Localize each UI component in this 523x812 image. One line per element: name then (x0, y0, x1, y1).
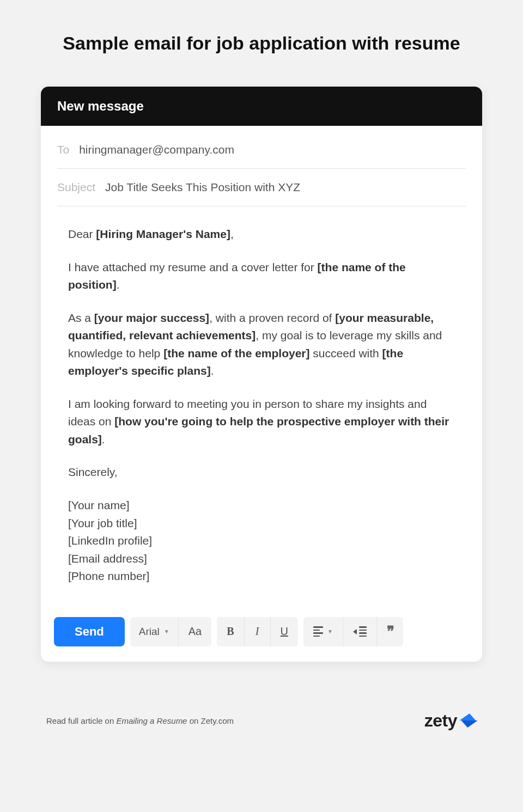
align-left-icon (313, 626, 323, 637)
footer-pre: Read full article on (46, 716, 116, 725)
greeting-name: [Hiring Manager's Name] (96, 228, 230, 240)
style-group: B I U (217, 617, 298, 646)
signature-email: [Email address] (68, 550, 455, 568)
outdent-icon (353, 626, 367, 637)
greeting-post: , (230, 228, 234, 240)
header-fields: To hiringmanager@company.com Subject Job… (41, 126, 482, 206)
zety-logo: zety (424, 711, 477, 731)
p1-post: . (117, 278, 120, 291)
paragraph-2: As a [your major success], with a proven… (68, 309, 455, 380)
paragraph-3: I am looking forward to meeting you in p… (68, 395, 455, 449)
to-value: hiringmanager@company.com (79, 143, 234, 156)
p2-1: As a (68, 312, 94, 324)
quote-icon: ❞ (387, 623, 393, 640)
subject-row[interactable]: Subject Job Title Seeks This Position wi… (57, 169, 466, 206)
format-toolbar: Send Arial ▼ Aa B I U ▼ (41, 607, 482, 662)
p2-5: . (211, 364, 214, 377)
p2-b3: [the name of the employer] (163, 347, 309, 359)
message-body[interactable]: Dear [Hiring Manager's Name], I have att… (41, 206, 482, 607)
p2-2: , with a proven record of (209, 312, 335, 324)
p2-4: succeed with (310, 347, 382, 359)
signature-linkedin: [LinkedIn profile] (68, 532, 455, 550)
page-title: Sample email for job application with re… (0, 33, 523, 54)
subject-value: Job Title Seeks This Position with XYZ (105, 181, 300, 194)
page-footer: Read full article on Emailing a Resume o… (41, 711, 482, 731)
paragraph-group: ▼ ❞ (303, 617, 403, 646)
footer-post: on Zety.com (187, 716, 234, 725)
closing: Sincerely, (68, 463, 455, 481)
footer-link[interactable]: Emailing a Resume (116, 716, 187, 725)
logo-text: zety (424, 711, 457, 731)
signature-title: [Your job title] (68, 515, 455, 533)
p3-b1: [how you're going to help the prospectiv… (68, 415, 449, 445)
to-label: To (57, 143, 69, 156)
footer-caption: Read full article on Emailing a Resume o… (46, 716, 234, 725)
compose-header: New message (41, 87, 482, 126)
quote-button[interactable]: ❞ (376, 617, 403, 646)
signature-name: [Your name] (68, 497, 455, 515)
subject-label: Subject (57, 181, 95, 194)
p3-2: . (102, 433, 105, 445)
signature-phone: [Phone number] (68, 567, 455, 585)
send-button[interactable]: Send (54, 617, 125, 646)
compose-window: New message To hiringmanager@company.com… (41, 87, 482, 662)
caret-down-icon: ▼ (327, 628, 333, 634)
underline-button[interactable]: U (270, 617, 298, 646)
font-size-button[interactable]: Aa (178, 617, 211, 646)
p2-b1: [your major success] (94, 312, 209, 324)
italic-button[interactable]: I (244, 617, 270, 646)
to-row[interactable]: To hiringmanager@company.com (57, 131, 466, 169)
caret-down-icon: ▼ (164, 628, 169, 634)
font-family-select[interactable]: Arial ▼ (130, 617, 178, 646)
font-family-label: Arial (139, 626, 160, 638)
p1-pre: I have attached my resume and a cover le… (68, 261, 318, 273)
greeting-pre: Dear (68, 228, 96, 240)
font-group: Arial ▼ Aa (130, 617, 211, 646)
outdent-button[interactable] (343, 617, 376, 646)
paragraph-1: I have attached my resume and a cover le… (68, 259, 455, 294)
align-button[interactable]: ▼ (303, 617, 343, 646)
greeting-line: Dear [Hiring Manager's Name], (68, 225, 455, 243)
logo-icon (460, 713, 477, 728)
bold-button[interactable]: B (217, 617, 244, 646)
